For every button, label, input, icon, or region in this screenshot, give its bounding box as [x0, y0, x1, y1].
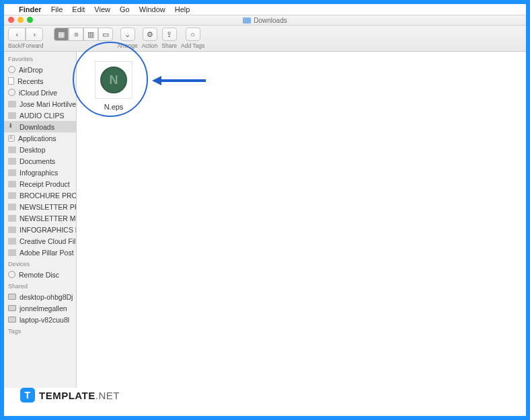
icon-view-button[interactable]: ▦	[54, 28, 69, 41]
view-group: ▦ ≡ ▥ ▭	[54, 28, 113, 49]
toolbar: ‹ › Back/Forward ▦ ≡ ▥ ▭ ⌄ Arrange ⚙ Act…	[4, 26, 526, 52]
traffic-lights	[8, 17, 33, 23]
folder-icon	[8, 169, 16, 176]
action-label: Action	[142, 42, 158, 49]
tags-label: Add Tags	[181, 42, 204, 49]
sidebar-item-shared-1[interactable]: desktop-ohbg8Dj	[4, 291, 76, 302]
menu-view[interactable]: View	[94, 5, 110, 13]
sidebar-item-shared-3[interactable]: laptop-v82cuu8l	[4, 314, 76, 325]
sidebar-section-devices: Devices	[4, 258, 76, 269]
main-area: Favorites AirDrop Recents iCloud Drive J…	[4, 52, 526, 388]
sidebar-section-tags: Tags	[4, 325, 76, 336]
file-thumbnail: N	[95, 61, 132, 99]
share-group: ⇪ Share	[161, 28, 177, 49]
sidebar-item-shared-2[interactable]: jonnelmegallen	[4, 302, 76, 314]
arrange-button[interactable]: ⌄	[120, 28, 135, 41]
sidebar-item-icloud[interactable]: iCloud Drive	[4, 87, 76, 98]
close-button[interactable]	[8, 17, 14, 23]
titlebar: Downloads	[4, 15, 526, 26]
monitor-icon	[8, 305, 16, 311]
sidebar-item-user[interactable]: Jose Mari Hortilvero	[4, 98, 76, 110]
arrange-group: ⌄ Arrange	[117, 28, 137, 49]
folder-icon	[243, 17, 251, 24]
tags-group: ○ Add Tags	[181, 28, 204, 49]
sidebar-section-shared: Shared	[4, 280, 76, 291]
folder-icon	[8, 112, 16, 119]
tags-button[interactable]: ○	[186, 28, 200, 41]
airdrop-icon	[8, 66, 15, 73]
monitor-icon	[8, 317, 16, 323]
sidebar-item-adobe-pillar[interactable]: Adobe Pillar Post	[4, 247, 76, 258]
folder-icon	[8, 192, 16, 199]
action-group: ⚙ Action	[142, 28, 158, 49]
eps-preview-icon: N	[100, 67, 127, 93]
menubar: Finder File Edit View Go Window Help	[4, 4, 526, 15]
column-view-button[interactable]: ▥	[83, 28, 98, 41]
gallery-view-button[interactable]: ▭	[98, 28, 113, 41]
sidebar-item-applications[interactable]: Applications	[4, 132, 76, 144]
share-label: Share	[161, 42, 177, 49]
applications-icon	[8, 135, 15, 142]
recents-icon	[8, 77, 14, 85]
folder-icon	[8, 101, 16, 108]
watermark: T TEMPLATE.NET	[20, 388, 120, 403]
folder-icon	[8, 146, 16, 153]
sidebar-item-receipt-product[interactable]: Receipt Product	[4, 178, 76, 190]
menu-help[interactable]: Help	[175, 5, 190, 13]
action-button[interactable]: ⚙	[143, 28, 157, 41]
folder-icon	[8, 204, 16, 210]
nav-group: ‹ › Back/Forward	[8, 28, 43, 49]
list-view-button[interactable]: ≡	[69, 28, 83, 41]
folder-icon	[8, 215, 16, 222]
sidebar-item-infographics[interactable]: Infographics	[4, 167, 76, 178]
sidebar-item-airdrop[interactable]: AirDrop	[4, 64, 76, 75]
view-label	[83, 42, 84, 49]
sidebar-item-desktop[interactable]: Desktop	[4, 144, 76, 155]
folder-icon	[8, 158, 16, 165]
file-item-n-eps[interactable]: N N.eps	[90, 61, 137, 111]
downloads-icon	[8, 124, 16, 130]
watermark-brand: TEMPLATE	[39, 390, 96, 401]
sidebar-item-newsletter-moc[interactable]: NEWSLETTER MOC…	[4, 212, 76, 224]
sidebar-item-brochure[interactable]: BROCHURE PRODU…	[4, 190, 76, 201]
monitor-icon	[8, 294, 16, 300]
sidebar-item-creative-cloud[interactable]: Creative Cloud Files	[4, 235, 76, 247]
forward-button[interactable]: ›	[26, 28, 43, 41]
sidebar: Favorites AirDrop Recents iCloud Drive J…	[4, 52, 77, 388]
watermark-suffix: .NET	[96, 390, 120, 401]
folder-icon	[8, 249, 16, 256]
finder-window: Finder File Edit View Go Window Help Dow…	[4, 4, 526, 416]
sidebar-item-audioclips[interactable]: AUDIO CLIPS	[4, 110, 76, 121]
maximize-button[interactable]	[27, 17, 33, 23]
sidebar-item-remote-disc[interactable]: Remote Disc	[4, 269, 76, 280]
menu-edit[interactable]: Edit	[72, 5, 85, 13]
sidebar-item-recents[interactable]: Recents	[4, 75, 76, 87]
nav-label: Back/Forward	[8, 42, 43, 49]
back-button[interactable]: ‹	[8, 28, 26, 41]
sidebar-item-newsletter-prod[interactable]: NEWSLETTER PROD…	[4, 201, 76, 212]
folder-icon	[8, 226, 16, 233]
menu-window[interactable]: Window	[139, 5, 165, 13]
arrange-label: Arrange	[117, 42, 137, 49]
menubar-app-name[interactable]: Finder	[19, 5, 42, 13]
folder-icon	[8, 238, 16, 245]
sidebar-item-downloads[interactable]: Downloads	[4, 121, 76, 132]
sidebar-item-infographics-pro[interactable]: INFOGRAPHICS PRO…	[4, 224, 76, 235]
folder-icon	[8, 181, 16, 187]
icloud-icon	[8, 89, 15, 96]
minimize-button[interactable]	[17, 17, 24, 23]
share-button[interactable]: ⇪	[162, 28, 177, 41]
sidebar-item-documents[interactable]: Documents	[4, 155, 76, 167]
file-name-label: N.eps	[90, 103, 137, 111]
watermark-badge: T	[20, 388, 35, 403]
content-area[interactable]: N N.eps	[77, 52, 526, 388]
menu-file[interactable]: File	[51, 5, 63, 13]
menu-go[interactable]: Go	[120, 5, 130, 13]
window-title: Downloads	[254, 17, 287, 24]
disc-icon	[8, 271, 15, 278]
sidebar-section-favorites: Favorites	[4, 53, 76, 64]
